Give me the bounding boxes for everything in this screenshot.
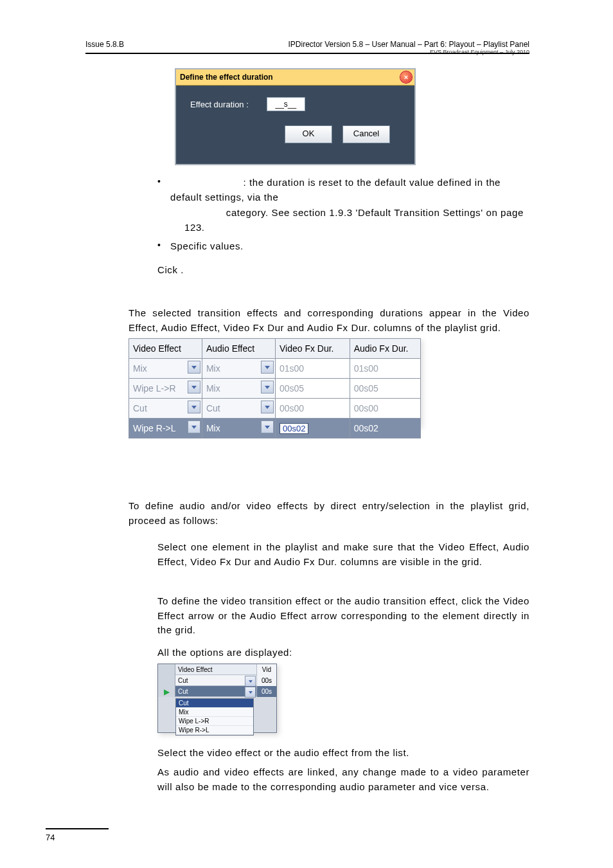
chevron-down-icon[interactable]: [261, 381, 274, 393]
bullets-block: xxxxxxxxxxxxxx: the duration is reset to…: [157, 175, 529, 278]
vd-cell: 00s: [256, 675, 276, 686]
page-number: 74: [46, 833, 55, 842]
option-cut[interactable]: Cut: [176, 699, 253, 708]
chevron-down-icon[interactable]: [188, 361, 200, 374]
col-audio-effect: Audio Effect: [202, 339, 275, 359]
dialog-title: Define the effect duration: [180, 73, 273, 82]
cell-vd[interactable]: 01s00: [275, 359, 350, 379]
table-row-selected: Wipe R->L Mix 00s02 00s02: [129, 419, 421, 439]
cell-ae[interactable]: Cut: [206, 403, 220, 413]
cell-ad[interactable]: 00s05: [350, 379, 420, 399]
col-audio-fx-dur: Audio Fx Dur.: [350, 339, 420, 359]
table-row: Wipe L->R Mix 00s05 00s05: [129, 379, 421, 399]
header-rule: [85, 53, 529, 54]
bullet-default-value: xxxxxxxxxxxxxx: the duration is reset to…: [157, 175, 529, 235]
effect-duration-input[interactable]: __s__: [267, 97, 305, 111]
cell-ad[interactable]: 01s00: [350, 359, 420, 379]
play-icon: ▶: [164, 687, 170, 696]
bullet-specific-values: Specific values.: [157, 239, 529, 253]
cell-vd[interactable]: 00s05: [275, 379, 350, 399]
cell-ve[interactable]: Cut: [133, 403, 147, 413]
col-video-effect-small: Video Effect: [175, 664, 256, 675]
ok-button[interactable]: OK: [285, 125, 332, 143]
cell-vd[interactable]: 00s00: [275, 399, 350, 419]
dd-cell-selected[interactable]: Cut: [175, 686, 256, 697]
vd-cell: 00s: [256, 686, 276, 697]
option-wipe-lr[interactable]: Wipe L->R: [176, 717, 253, 726]
bullet-default-value-text1: : the duration is reset to the default v…: [170, 177, 501, 203]
cell-ad[interactable]: 00s00: [350, 399, 420, 419]
cell-ad[interactable]: 00s02: [350, 419, 420, 439]
table-row: Cut Cut 00s00 00s00: [129, 399, 421, 419]
dropdown-list[interactable]: Cut Mix Wipe L->R Wipe R->L: [175, 698, 254, 736]
step-2: To define the video transition effect or…: [157, 594, 529, 638]
cancel-button[interactable]: Cancel: [342, 125, 390, 143]
chevron-down-icon[interactable]: [261, 401, 274, 413]
col-video-effect: Video Effect: [129, 339, 202, 359]
bullet-default-value-suffix: category. See section 1.9.3 'Default Tra…: [184, 207, 524, 233]
option-mix[interactable]: Mix: [176, 708, 253, 717]
header-title: IPDirector Version 5.8 – User Manual – P…: [288, 40, 529, 49]
cell-ve[interactable]: Wipe R->L: [133, 423, 176, 433]
gutter-play: ▶: [158, 686, 175, 697]
cell-ve[interactable]: Mix: [133, 363, 147, 374]
steps-intro: To define audio and/or video effects by …: [129, 499, 529, 528]
cell-ae[interactable]: Mix: [206, 383, 220, 393]
selected-transition-paragraph: The selected transition effects and corr…: [129, 306, 529, 335]
step-1: Select one element in the playlist and m…: [157, 540, 529, 569]
select-effect-line: Select the video effect or the audio eff…: [157, 746, 529, 761]
click-ok-line: Cick .: [157, 262, 529, 277]
header-issue: Issue 5.8.B: [85, 40, 124, 49]
close-icon[interactable]: ×: [400, 71, 412, 83]
table-row: Mix Mix 01s00 01s00: [129, 359, 421, 379]
linked-effects-paragraph: As audio and video effects are linked, a…: [157, 765, 529, 794]
playlist-grid-figure: Video Effect Audio Effect Video Fx Dur. …: [129, 338, 421, 427]
chevron-down-icon[interactable]: [188, 401, 200, 413]
define-effect-duration-dialog: Define the effect duration × Effect dura…: [175, 68, 416, 165]
gutter: [158, 675, 175, 686]
col-vid-small: Vid: [256, 664, 276, 675]
chevron-down-icon[interactable]: [245, 687, 256, 698]
effect-duration-label: Effect duration :: [190, 100, 249, 109]
option-wipe-rl[interactable]: Wipe R->L: [176, 726, 253, 735]
chevron-down-icon[interactable]: [188, 420, 200, 433]
bullet-default-value-text2: xxxxxxxxcategory. See section 1.9.3 'Def…: [170, 205, 529, 235]
gutter: [158, 664, 175, 675]
cell-ae[interactable]: Mix: [206, 363, 220, 374]
chevron-down-icon[interactable]: [245, 676, 256, 687]
chevron-down-icon[interactable]: [261, 420, 274, 433]
dialog-titlebar: Define the effect duration ×: [176, 69, 414, 86]
col-video-fx-dur: Video Fx Dur.: [275, 339, 350, 359]
step-3: All the options are displayed:: [157, 646, 529, 660]
chevron-down-icon[interactable]: [261, 361, 274, 374]
dd-cell[interactable]: Cut: [175, 675, 256, 686]
chevron-down-icon[interactable]: [188, 381, 200, 393]
footer-rule: [46, 828, 109, 829]
video-effect-dropdown-figure: Video Effect Vid Cut 00s ▶ Cut 00s Cut M…: [157, 664, 277, 733]
cell-vd-editing[interactable]: 00s02: [280, 423, 308, 434]
cell-ae[interactable]: Mix: [206, 423, 220, 433]
cell-ve[interactable]: Wipe L->R: [133, 383, 176, 393]
